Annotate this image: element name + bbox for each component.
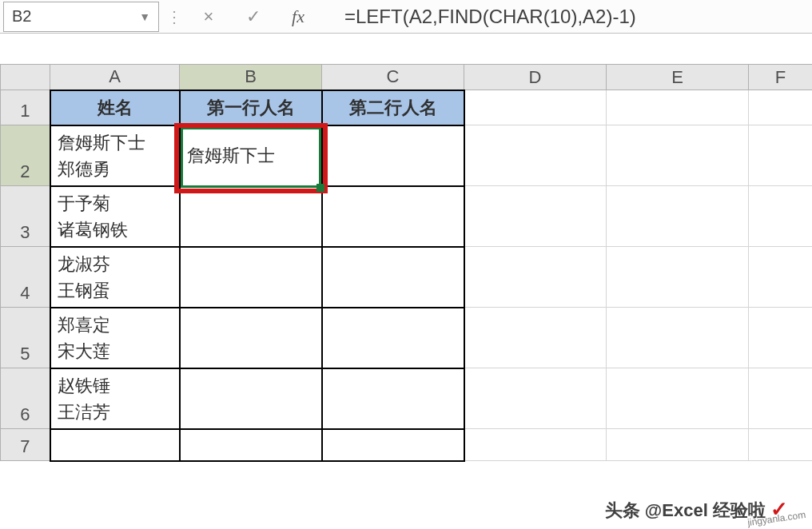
cell-A4[interactable]: 龙淑芬 王钢蛋 <box>50 247 180 308</box>
name-box-dropdown-icon[interactable]: ▼ <box>139 10 150 23</box>
cell-D3[interactable] <box>464 186 607 247</box>
cell-text: 于予菊 <box>58 193 110 213</box>
cell-F5[interactable] <box>749 308 813 368</box>
cell-text: 王钢蛋 <box>58 280 110 300</box>
cell-text: 宋大莲 <box>58 341 110 361</box>
cell-text: 郑德勇 <box>58 159 110 179</box>
formula-bar: B2 ▼ ⋮ × ✓ fx =LEFT(A2,FIND(CHAR(10),A2)… <box>0 0 812 34</box>
row-header-2[interactable]: 2 <box>1 125 50 186</box>
table-row: 1 姓名 第一行人名 第二行人名 <box>1 90 813 125</box>
cell-F2[interactable] <box>749 125 813 186</box>
table-row: 2 詹姆斯下士 郑德勇 詹姆斯下士 <box>1 125 813 186</box>
cell-E1[interactable] <box>607 90 749 125</box>
formula-input[interactable]: =LEFT(A2,FIND(CHAR(10),A2)-1) <box>320 6 812 28</box>
table-row: 3 于予菊 诸葛钢铁 <box>1 186 813 247</box>
cell-text: 龙淑芬 <box>58 254 110 274</box>
cell-text: 郑喜定 <box>58 315 110 335</box>
cell-B2[interactable]: 詹姆斯下士 <box>180 125 322 186</box>
cell-text: 王洁芳 <box>58 402 110 422</box>
cell-F7[interactable] <box>749 429 813 461</box>
cell-B7[interactable] <box>180 429 322 461</box>
row-header-5[interactable]: 5 <box>1 308 50 368</box>
cell-text: 赵铁锤 <box>58 376 110 396</box>
cell-C3[interactable] <box>322 186 464 247</box>
col-header-C[interactable]: C <box>322 65 464 90</box>
cell-C2[interactable] <box>322 125 464 186</box>
cell-A3[interactable]: 于予菊 诸葛钢铁 <box>50 186 180 247</box>
cell-D7[interactable] <box>464 429 607 461</box>
cell-C5[interactable] <box>322 308 464 368</box>
cell-F3[interactable] <box>749 186 813 247</box>
table-row: 5 郑喜定 宋大莲 <box>1 308 813 368</box>
column-header-row: A B C D E F <box>1 65 813 90</box>
cell-E5[interactable] <box>607 308 749 368</box>
cell-F1[interactable] <box>749 90 813 125</box>
col-header-B[interactable]: B <box>180 65 322 90</box>
cell-B3[interactable] <box>180 186 322 247</box>
cell-C1[interactable]: 第二行人名 <box>322 90 464 125</box>
cell-text: 诸葛钢铁 <box>58 220 128 240</box>
table-row: 4 龙淑芬 王钢蛋 <box>1 247 813 308</box>
fill-handle[interactable] <box>316 184 324 192</box>
row-header-1[interactable]: 1 <box>1 90 50 125</box>
cell-E3[interactable] <box>607 186 749 247</box>
cell-B1[interactable]: 第一行人名 <box>180 90 322 125</box>
row-header-7[interactable]: 7 <box>1 429 50 461</box>
table-row: 7 <box>1 429 813 461</box>
cell-D5[interactable] <box>464 308 607 368</box>
cell-E4[interactable] <box>607 247 749 308</box>
cell-C6[interactable] <box>322 368 464 429</box>
cell-A1[interactable]: 姓名 <box>50 90 180 125</box>
col-header-D[interactable]: D <box>464 65 607 90</box>
table-row: 6 赵铁锤 王洁芳 <box>1 368 813 429</box>
cell-B4[interactable] <box>180 247 322 308</box>
cell-D4[interactable] <box>464 247 607 308</box>
cell-C7[interactable] <box>322 429 464 461</box>
cancel-icon[interactable]: × <box>186 6 231 27</box>
cell-A2[interactable]: 詹姆斯下士 郑德勇 <box>50 125 180 186</box>
cell-F4[interactable] <box>749 247 813 308</box>
row-header-6[interactable]: 6 <box>1 368 50 429</box>
cell-E2[interactable] <box>607 125 749 186</box>
fx-icon[interactable]: fx <box>276 6 320 27</box>
cell-text: 詹姆斯下士 <box>58 133 145 153</box>
name-box[interactable]: B2 ▼ <box>3 2 159 32</box>
cell-D1[interactable] <box>464 90 607 125</box>
cell-D6[interactable] <box>464 368 607 429</box>
spreadsheet-grid: A B C D E F 1 姓名 第一行人名 第二行人名 2 詹姆斯下士 郑德勇… <box>0 64 812 462</box>
cell-C4[interactable] <box>322 247 464 308</box>
cell-E6[interactable] <box>607 368 749 429</box>
col-header-F[interactable]: F <box>749 65 813 90</box>
confirm-icon[interactable]: ✓ <box>231 6 276 27</box>
name-box-value: B2 <box>12 7 31 26</box>
cell-B6[interactable] <box>180 368 322 429</box>
col-header-A[interactable]: A <box>50 65 180 90</box>
cell-D2[interactable] <box>464 125 607 186</box>
select-all-corner[interactable] <box>1 65 50 90</box>
cell-A7[interactable] <box>50 429 180 461</box>
cell-E7[interactable] <box>607 429 749 461</box>
cell-F6[interactable] <box>749 368 813 429</box>
col-header-E[interactable]: E <box>607 65 749 90</box>
row-header-4[interactable]: 4 <box>1 247 50 308</box>
cell-A6[interactable]: 赵铁锤 王洁芳 <box>50 368 180 429</box>
row-header-3[interactable]: 3 <box>1 186 50 247</box>
formula-bar-separator: ⋮ <box>162 7 186 26</box>
cell-B5[interactable] <box>180 308 322 368</box>
cell-A5[interactable]: 郑喜定 宋大莲 <box>50 308 180 368</box>
